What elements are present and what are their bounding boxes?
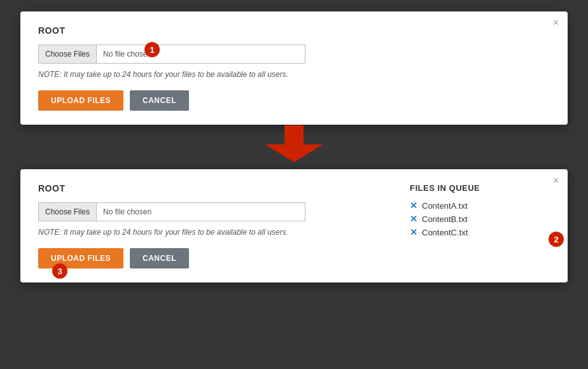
bottom-dialog-actions: UPLOAD FILES CANCEL xyxy=(38,248,391,268)
queue-item: ✕ContentC.txt xyxy=(410,227,550,237)
bottom-dialog-close[interactable]: × xyxy=(553,176,559,186)
queue-item-name: ContentC.txt xyxy=(422,228,468,237)
bottom-file-input-wrapper: Choose Files No file chosen xyxy=(38,202,305,221)
bottom-dialog-right: FILES IN QUEUE ✕ContentA.txt✕ContentB.tx… xyxy=(410,183,550,268)
top-dialog-close[interactable]: × xyxy=(553,18,559,28)
queue-item-remove-icon[interactable]: ✕ xyxy=(410,214,417,224)
bottom-cancel-button[interactable]: CANCEL xyxy=(130,248,189,268)
queue-item: ✕ContentB.txt xyxy=(410,214,550,224)
top-dialog-title: ROOT xyxy=(38,25,550,36)
top-dialog-actions: UPLOAD FILES CANCEL xyxy=(38,90,550,111)
down-arrow-icon xyxy=(265,125,323,162)
top-upload-button[interactable]: UPLOAD FILES xyxy=(38,90,123,111)
queue-item-name: ContentA.txt xyxy=(422,201,468,211)
bottom-file-input-row: Choose Files No file chosen xyxy=(38,202,391,221)
annotation-badge-1: 1 xyxy=(144,42,160,57)
bottom-note: NOTE: It may take up to 24 hours for you… xyxy=(38,228,391,237)
bottom-dialog-inner: ROOT Choose Files No file chosen NOTE: I… xyxy=(38,183,550,268)
top-choose-files-btn[interactable]: Choose Files xyxy=(39,45,97,63)
bottom-upload-button[interactable]: UPLOAD FILES xyxy=(38,248,123,268)
queue-title: FILES IN QUEUE xyxy=(410,183,550,193)
bottom-dialog-title: ROOT xyxy=(38,183,391,193)
queue-item-name: ContentB.txt xyxy=(422,214,468,224)
bottom-dialog-left: ROOT Choose Files No file chosen NOTE: I… xyxy=(38,183,391,268)
queue-item: ✕ContentA.txt xyxy=(410,200,550,211)
top-file-input-row: Choose Files No file chosen xyxy=(38,45,550,64)
top-dialog: × ROOT 1 Choose Files No file chosen NOT… xyxy=(20,11,568,125)
arrow-area xyxy=(265,125,323,163)
queue-item-remove-icon[interactable]: ✕ xyxy=(410,200,417,211)
top-cancel-button[interactable]: CANCEL xyxy=(130,90,189,111)
annotation-badge-3: 3 xyxy=(52,263,67,279)
top-file-input-wrapper: Choose Files No file chosen xyxy=(38,45,305,64)
bottom-dialog: × ROOT Choose Files No file chosen NOTE:… xyxy=(20,169,568,282)
queue-list: ✕ContentA.txt✕ContentB.txt✕ContentC.txt xyxy=(410,200,550,237)
top-note: NOTE: It may take up to 24 hours for you… xyxy=(38,70,550,79)
annotation-badge-2: 2 xyxy=(549,232,564,247)
top-file-name: No file chosen xyxy=(97,50,151,59)
bottom-file-name: No file chosen xyxy=(97,207,151,216)
svg-marker-0 xyxy=(265,125,323,162)
queue-item-remove-icon[interactable]: ✕ xyxy=(410,227,417,237)
bottom-choose-files-btn[interactable]: Choose Files xyxy=(39,203,97,221)
